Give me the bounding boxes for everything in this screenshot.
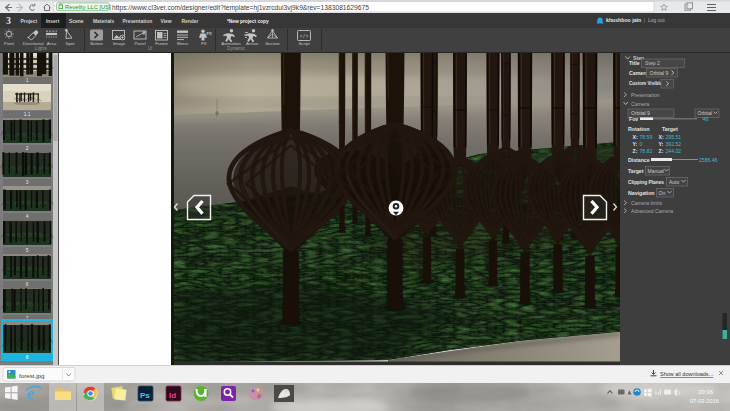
svg-text:Presentation: Presentation (123, 19, 153, 24)
svg-text:20:36: 20:36 (698, 389, 713, 395)
svg-text:Spot: Spot (65, 41, 75, 46)
svg-text:Z:: Z: (633, 148, 638, 154)
svg-text:4: 4 (26, 214, 29, 219)
svg-text:Project: Project (21, 19, 38, 24)
svg-text:X:: X: (633, 134, 638, 140)
svg-text:Distance: Distance (628, 157, 650, 163)
svg-text:Ps: Ps (140, 391, 150, 400)
svg-text:FX: FX (201, 41, 207, 46)
svg-text:UI: UI (148, 46, 153, 51)
svg-text:Revelity LLC [US]: Revelity LLC [US] (65, 4, 111, 10)
svg-text:Lights: Lights (35, 46, 48, 51)
svg-text:Camera: Camera (631, 101, 649, 107)
svg-text:Point: Point (4, 41, 15, 46)
svg-text:On: On (659, 190, 666, 196)
svg-text:Script: Script (298, 41, 310, 46)
svg-text:Auto: Auto (669, 179, 680, 185)
svg-text:6: 6 (26, 282, 29, 287)
svg-text:Advanced Camera: Advanced Camera (631, 208, 673, 214)
svg-text:3: 3 (26, 180, 29, 185)
svg-text:FX: FX (207, 31, 213, 36)
svg-text:View: View (161, 19, 172, 24)
svg-text:Image: Image (113, 41, 126, 46)
svg-text:Y:: Y: (659, 141, 664, 147)
svg-text:|: | (644, 17, 645, 23)
svg-text:https://www.cl3ver.com/designe: https://www.cl3ver.com/designer/edit?tem… (112, 4, 369, 12)
svg-text:*New project copy: *New project copy (227, 19, 269, 24)
svg-text:2586.46: 2586.46 (699, 157, 718, 163)
svg-text:Z:: Z: (659, 148, 664, 154)
svg-text:Render: Render (182, 19, 199, 24)
svg-text:78.59: 78.59 (640, 134, 653, 140)
svg-text:Menu: Menu (177, 41, 189, 46)
svg-text:Manual: Manual (648, 168, 664, 174)
svg-text:Y:: Y: (633, 141, 638, 147)
svg-text:244.02: 244.02 (666, 148, 682, 154)
svg-text:Target: Target (628, 168, 644, 174)
svg-text:2: 2 (26, 146, 29, 151)
svg-text:Log out: Log out (648, 17, 665, 23)
svg-text:392.52: 392.52 (666, 141, 682, 147)
svg-text:1.1: 1.1 (24, 112, 31, 117)
svg-text:Id: Id (169, 391, 176, 400)
svg-text:Presentation: Presentation (631, 92, 660, 98)
svg-text:Title: Title (629, 60, 640, 66)
svg-text:Action: Action (246, 41, 259, 46)
svg-text:Fov: Fov (629, 116, 638, 122)
svg-text:Section: Section (265, 41, 280, 46)
svg-text:Clipping Planes: Clipping Planes (628, 180, 664, 185)
svg-text:Button: Button (90, 41, 103, 46)
svg-text:khushboo jain: khushboo jain (606, 17, 641, 23)
svg-text:</>: </> (300, 34, 309, 40)
svg-text:8: 8 (26, 355, 29, 360)
svg-text:Orbital 9: Orbital 9 (650, 70, 669, 76)
svg-text:Directional: Directional (23, 41, 44, 46)
svg-text:Rotation: Rotation (628, 126, 649, 132)
svg-text:Camera: Camera (629, 70, 648, 76)
svg-text:1: 1 (26, 78, 29, 83)
svg-text:Camera limits: Camera limits (631, 200, 663, 206)
svg-text:Target: Target (662, 126, 678, 132)
svg-text:07-03-2016: 07-03-2016 (690, 398, 719, 404)
svg-text:Area: Area (47, 41, 57, 46)
svg-text:Step 2: Step 2 (645, 60, 660, 66)
svg-text:Show all downloads...: Show all downloads... (660, 371, 714, 377)
svg-text:46: 46 (703, 116, 709, 122)
svg-text:295.51: 295.51 (666, 134, 682, 140)
svg-text:Scene: Scene (69, 19, 84, 24)
svg-text:Materials: Materials (93, 19, 114, 24)
svg-text:Panel: Panel (134, 41, 145, 46)
svg-text:Frame: Frame (155, 41, 168, 46)
svg-text:Animation: Animation (221, 41, 241, 46)
svg-text:X:: X: (659, 134, 664, 140)
svg-text:Dynamic: Dynamic (227, 46, 246, 51)
svg-text:forest.jpg: forest.jpg (19, 372, 45, 379)
svg-text:Insert: Insert (46, 19, 60, 24)
svg-text:5: 5 (26, 248, 29, 253)
svg-text:Navigation: Navigation (628, 190, 655, 196)
svg-text:78.82: 78.82 (640, 148, 653, 154)
svg-text:Custom Visible: Custom Visible (629, 81, 663, 86)
svg-text:0: 0 (640, 141, 643, 147)
svg-text:3: 3 (6, 15, 11, 26)
